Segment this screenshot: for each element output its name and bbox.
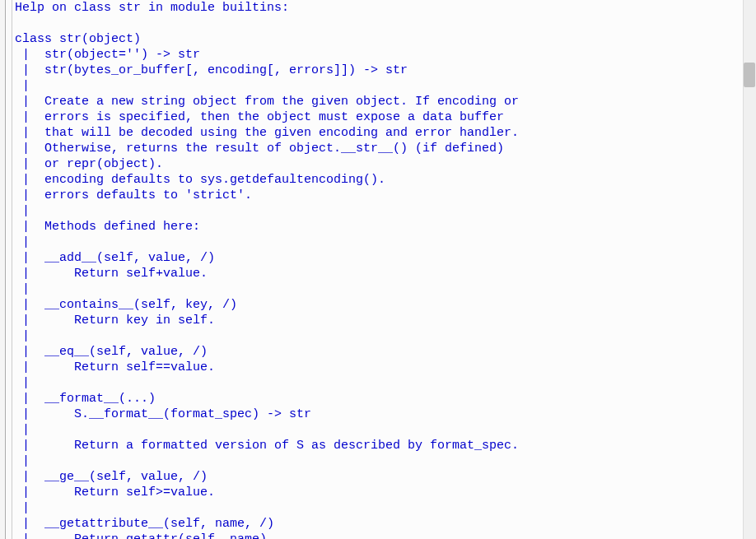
margin-border-inner xyxy=(7,0,12,539)
vertical-scrollbar[interactable] xyxy=(743,0,756,539)
scrollbar-thumb[interactable] xyxy=(744,63,755,87)
help-text-content: Help on class str in module builtins: cl… xyxy=(15,0,741,539)
margin-border-outer xyxy=(0,0,6,539)
